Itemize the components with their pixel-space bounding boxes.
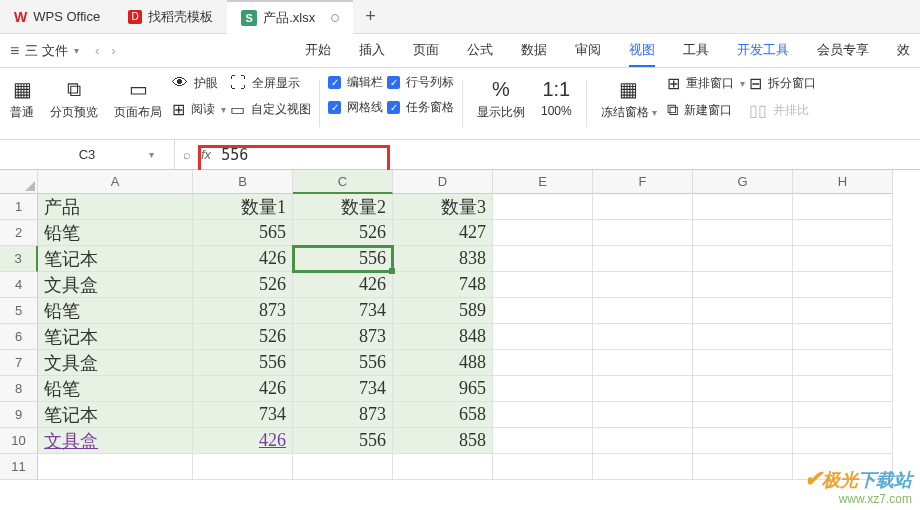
menu-view[interactable]: 视图 [629, 35, 655, 67]
editbar-toggle[interactable]: ✓编辑栏 [328, 74, 383, 91]
cell[interactable]: 笔记本 [38, 246, 193, 272]
cell[interactable] [593, 194, 693, 220]
row-header[interactable]: 11 [0, 454, 38, 480]
cell[interactable] [493, 298, 593, 324]
cell[interactable] [693, 376, 793, 402]
cell[interactable]: 734 [193, 402, 293, 428]
cell[interactable]: 734 [293, 298, 393, 324]
caret-left-icon[interactable]: ‹ [89, 43, 105, 58]
cell[interactable] [493, 272, 593, 298]
eyecare-button[interactable]: 👁护眼 [172, 74, 226, 92]
new-tab-button[interactable]: + [353, 6, 388, 27]
row-header[interactable]: 3 [0, 246, 38, 272]
read-button[interactable]: ⊞阅读▾ [172, 100, 226, 119]
cell[interactable]: 526 [193, 272, 293, 298]
cell[interactable] [493, 324, 593, 350]
cell[interactable] [793, 246, 893, 272]
cell[interactable] [793, 272, 893, 298]
name-box[interactable]: C3 ▾ [0, 140, 175, 169]
app-tab-file[interactable]: S 产品.xlsx [227, 0, 353, 34]
cell[interactable] [593, 428, 693, 454]
view-normal-button[interactable]: ▦ 普通 [4, 74, 40, 123]
cell[interactable] [793, 194, 893, 220]
cell[interactable] [493, 350, 593, 376]
col-header-A[interactable]: A [38, 170, 193, 194]
cell[interactable]: 556 [293, 246, 393, 272]
menu-page[interactable]: 页面 [413, 35, 439, 67]
col-header-B[interactable]: B [193, 170, 293, 194]
col-header-E[interactable]: E [493, 170, 593, 194]
cell[interactable] [593, 376, 693, 402]
zoom-100-button[interactable]: 1:1 100% [535, 74, 578, 120]
cell[interactable]: 426 [193, 376, 293, 402]
cell[interactable]: 838 [393, 246, 493, 272]
cell[interactable] [693, 428, 793, 454]
cell[interactable] [593, 272, 693, 298]
cell[interactable] [493, 428, 593, 454]
cell[interactable]: 565 [193, 220, 293, 246]
menu-data[interactable]: 数据 [521, 35, 547, 67]
fx-icon[interactable]: fx [201, 147, 211, 162]
taskpane-toggle[interactable]: ✓任务窗格 [387, 99, 454, 116]
cell[interactable] [593, 454, 693, 480]
freeze-button[interactable]: ▦ 冻结窗格 ▾ [595, 74, 663, 123]
menu-devtools[interactable]: 开发工具 [737, 35, 789, 67]
view-pagebreak-button[interactable]: ⧉ 分页预览 [44, 74, 104, 123]
formula-input[interactable]: 556 [221, 146, 248, 164]
menu-effect[interactable]: 效 [897, 35, 910, 67]
select-all-corner[interactable] [0, 170, 38, 194]
cell[interactable]: 556 [193, 350, 293, 376]
col-header-D[interactable]: D [393, 170, 493, 194]
cell[interactable] [593, 350, 693, 376]
cell[interactable]: 848 [393, 324, 493, 350]
cell[interactable]: 数量3 [393, 194, 493, 220]
rowcol-toggle[interactable]: ✓行号列标 [387, 74, 454, 91]
row-header[interactable]: 10 [0, 428, 38, 454]
cell[interactable] [693, 402, 793, 428]
newwindow-button[interactable]: ⧉新建窗口 [667, 101, 745, 119]
col-header-C[interactable]: C [293, 170, 393, 194]
cell[interactable] [693, 272, 793, 298]
cell[interactable]: 426 [193, 428, 293, 454]
cell[interactable] [593, 220, 693, 246]
cell[interactable] [693, 454, 793, 480]
cell[interactable]: 笔记本 [38, 324, 193, 350]
cell[interactable] [793, 376, 893, 402]
col-header-H[interactable]: H [793, 170, 893, 194]
cell[interactable]: 556 [293, 428, 393, 454]
menu-formula[interactable]: 公式 [467, 35, 493, 67]
cell[interactable] [393, 454, 493, 480]
row-header[interactable]: 2 [0, 220, 38, 246]
cell[interactable] [193, 454, 293, 480]
cell[interactable] [693, 324, 793, 350]
cell[interactable] [493, 194, 593, 220]
cell[interactable]: 873 [293, 324, 393, 350]
cell[interactable]: 数量1 [193, 194, 293, 220]
cell[interactable] [793, 298, 893, 324]
cell[interactable] [793, 428, 893, 454]
cell[interactable] [593, 246, 693, 272]
customview-button[interactable]: ▭自定义视图 [230, 100, 311, 119]
cell[interactable] [693, 194, 793, 220]
cell[interactable] [293, 454, 393, 480]
cell[interactable] [693, 350, 793, 376]
cell[interactable] [493, 454, 593, 480]
cell[interactable]: 笔记本 [38, 402, 193, 428]
cell[interactable]: 526 [293, 220, 393, 246]
cell[interactable]: 427 [393, 220, 493, 246]
cell[interactable]: 488 [393, 350, 493, 376]
cell[interactable]: 文具盒 [38, 350, 193, 376]
cell[interactable]: 873 [193, 298, 293, 324]
rearrange-button[interactable]: ⊞重排窗口▾ [667, 74, 745, 93]
row-header[interactable]: 5 [0, 298, 38, 324]
cell[interactable]: 748 [393, 272, 493, 298]
row-header[interactable]: 9 [0, 402, 38, 428]
row-header[interactable]: 1 [0, 194, 38, 220]
cell[interactable] [493, 376, 593, 402]
sidebyside-button[interactable]: ▯▯并排比 [749, 101, 816, 120]
cell[interactable]: 858 [393, 428, 493, 454]
cell[interactable]: 426 [193, 246, 293, 272]
cell[interactable]: 873 [293, 402, 393, 428]
app-tab-template[interactable]: D 找稻壳模板 [114, 0, 227, 34]
menu-review[interactable]: 审阅 [575, 35, 601, 67]
